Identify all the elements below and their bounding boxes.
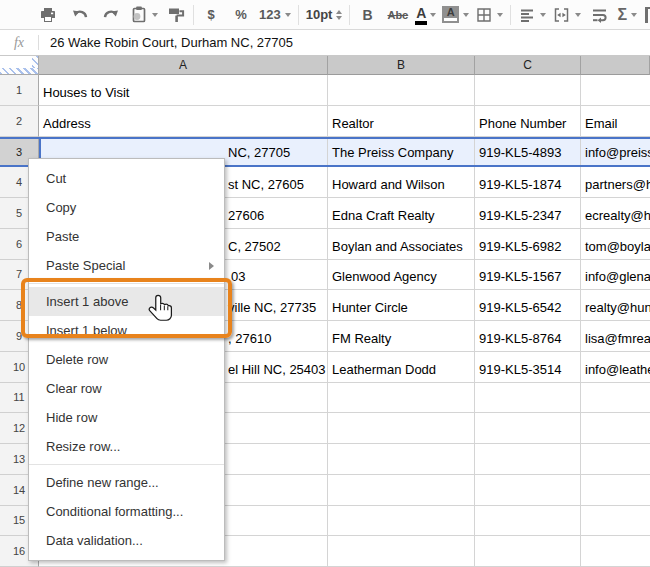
menu-item-insert-1-below[interactable]: Insert 1 below: [29, 316, 224, 345]
merge-dropdown-icon[interactable]: [575, 13, 581, 17]
merge-cells-button[interactable]: [552, 3, 581, 27]
menu-item-paste-special[interactable]: Paste Special: [29, 251, 224, 280]
cell-D16[interactable]: [581, 536, 650, 567]
cell-B2[interactable]: Realtor: [328, 106, 475, 137]
cell-D2[interactable]: Email: [581, 106, 650, 137]
cell-D6[interactable]: tom@boylan: [581, 229, 650, 260]
cell-B7[interactable]: Glenwood Agency: [328, 260, 475, 291]
cell-D5[interactable]: ecrealty@ho: [581, 198, 650, 229]
cell-B8[interactable]: Hunter Circle: [328, 290, 475, 321]
cell-C7[interactable]: 919-KL5-1567: [475, 260, 581, 291]
fill-color-dropdown-icon[interactable]: [463, 13, 469, 17]
cell-C14[interactable]: [475, 475, 581, 506]
cell-B1[interactable]: [328, 75, 475, 106]
align-dropdown-icon[interactable]: [540, 13, 546, 17]
paint-format-button[interactable]: [166, 3, 186, 27]
fill-color-button[interactable]: A: [442, 3, 469, 27]
cell-C11[interactable]: [475, 383, 581, 414]
cell-C12[interactable]: [475, 413, 581, 444]
cell-D10[interactable]: info@leathe: [581, 352, 650, 383]
column-header-B[interactable]: B: [328, 56, 475, 75]
clipboard-dropdown-icon[interactable]: [152, 13, 158, 17]
cell-C15[interactable]: [475, 506, 581, 537]
cell-C2[interactable]: Phone Number: [475, 106, 581, 137]
cell-B3[interactable]: The Preiss Company: [328, 139, 475, 166]
font-size-value: 10pt: [306, 7, 333, 22]
column-header-A[interactable]: A: [39, 56, 328, 75]
wrap-text-button[interactable]: [589, 3, 609, 27]
format-percent-button[interactable]: %: [231, 3, 251, 27]
menu-item-insert-1-above[interactable]: Insert 1 above: [29, 287, 224, 316]
formula-bar-value[interactable]: 26 Wake Robin Court, Durham NC, 27705: [50, 35, 293, 50]
cell-C5[interactable]: 919-KL5-2347: [475, 198, 581, 229]
cell-B12[interactable]: [328, 413, 475, 444]
row-header-1[interactable]: 1: [0, 75, 39, 106]
undo-button[interactable]: [70, 3, 90, 27]
cell-A2[interactable]: Address: [39, 106, 328, 137]
cell-C13[interactable]: [475, 444, 581, 475]
cell-B13[interactable]: [328, 444, 475, 475]
font-size-arrows-icon[interactable]: [336, 10, 342, 20]
format-currency-button[interactable]: $: [201, 3, 221, 27]
text-color-dropdown-icon[interactable]: [430, 13, 436, 17]
menu-item-define-new-range[interactable]: Define new range...: [29, 468, 224, 497]
cell-C6[interactable]: 919-KL5-6982: [475, 229, 581, 260]
cell-D8[interactable]: realty@hunt: [581, 290, 650, 321]
cell-C9[interactable]: 919-KL5-8764: [475, 321, 581, 352]
number-format-button[interactable]: 123: [259, 3, 291, 27]
borders-dropdown-icon[interactable]: [497, 13, 503, 17]
cell-D12[interactable]: [581, 413, 650, 444]
cell-C4[interactable]: 919-KL5-1874: [475, 167, 581, 198]
cell-D3[interactable]: info@preiss: [581, 139, 650, 166]
cell-D11[interactable]: [581, 383, 650, 414]
menu-item-paste[interactable]: Paste: [29, 222, 224, 251]
menu-item-data-validation[interactable]: Data validation...: [29, 526, 224, 555]
align-button[interactable]: [518, 3, 546, 27]
cell-B16[interactable]: [328, 536, 475, 567]
bold-button[interactable]: B: [357, 3, 377, 27]
menu-item-resize-row[interactable]: Resize row...: [29, 432, 224, 461]
print-button[interactable]: [38, 3, 58, 27]
strikethrough-button[interactable]: Abc: [387, 3, 408, 27]
column-header-C[interactable]: C: [475, 56, 581, 75]
functions-button[interactable]: Σ: [617, 3, 637, 27]
text-color-button[interactable]: A: [416, 3, 436, 27]
cell-D7[interactable]: info@glenag: [581, 260, 650, 291]
cell-D14[interactable]: [581, 475, 650, 506]
cell-B5[interactable]: Edna Craft Realty: [328, 198, 475, 229]
cell-B14[interactable]: [328, 475, 475, 506]
web-clipboard-button[interactable]: [130, 3, 158, 27]
menu-item-hide-row[interactable]: Hide row: [29, 403, 224, 432]
redo-button[interactable]: [100, 3, 120, 27]
formula-bar-divider: [38, 35, 39, 50]
column-header-D[interactable]: [581, 56, 650, 75]
select-all-corner[interactable]: [0, 56, 39, 75]
cell-C10[interactable]: 919-KL5-3514: [475, 352, 581, 383]
menu-item-clear-row[interactable]: Clear row: [29, 374, 224, 403]
cell-D9[interactable]: lisa@fmreal: [581, 321, 650, 352]
cell-A1[interactable]: Houses to Visit: [39, 75, 328, 106]
cell-B9[interactable]: FM Realty: [328, 321, 475, 352]
number-format-dropdown-icon[interactable]: [285, 13, 291, 17]
cell-C16[interactable]: [475, 536, 581, 567]
cell-B10[interactable]: Leatherman Dodd: [328, 352, 475, 383]
functions-dropdown-icon[interactable]: [631, 13, 637, 17]
cell-B6[interactable]: Boylan and Associates: [328, 229, 475, 260]
menu-item-conditional-formatting[interactable]: Conditional formatting...: [29, 497, 224, 526]
cell-D13[interactable]: [581, 444, 650, 475]
cell-D1[interactable]: [581, 75, 650, 106]
cell-B11[interactable]: [328, 383, 475, 414]
menu-item-delete-row[interactable]: Delete row: [29, 345, 224, 374]
cell-B15[interactable]: [328, 506, 475, 537]
cell-C8[interactable]: 919-KL5-6542: [475, 290, 581, 321]
borders-button[interactable]: [475, 3, 503, 27]
cell-C1[interactable]: [475, 75, 581, 106]
cell-D15[interactable]: [581, 506, 650, 537]
cell-C3[interactable]: 919-KL5-4893: [475, 139, 581, 166]
cell-D4[interactable]: partners@ho: [581, 167, 650, 198]
menu-item-cut[interactable]: Cut: [29, 164, 224, 193]
row-header-2[interactable]: 2: [0, 106, 39, 137]
font-size-stepper[interactable]: 10pt: [306, 3, 343, 27]
cell-B4[interactable]: Howard and Wilson: [328, 167, 475, 198]
menu-item-copy[interactable]: Copy: [29, 193, 224, 222]
